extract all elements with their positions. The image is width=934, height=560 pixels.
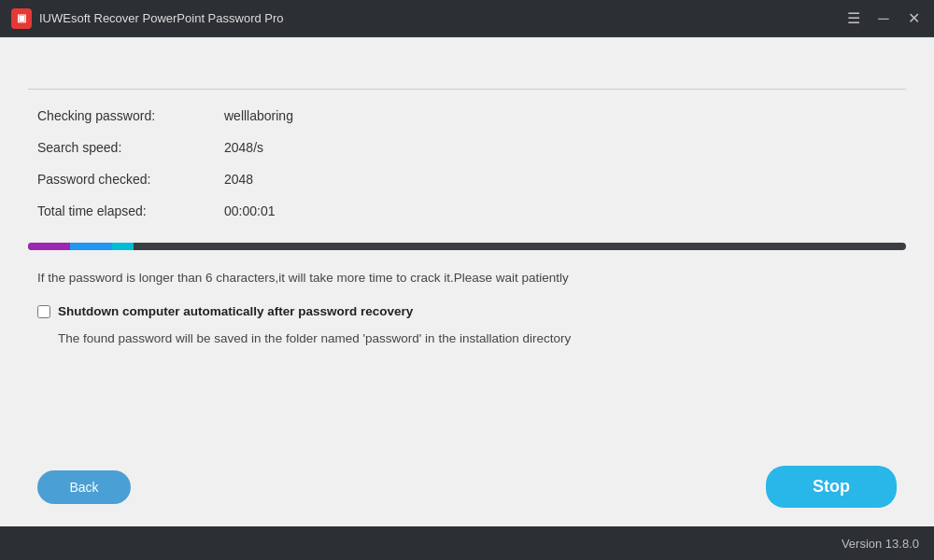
logo-icon: ▣ bbox=[17, 12, 26, 24]
password-checked-value: 2048 bbox=[224, 172, 253, 187]
search-speed-label: Search speed: bbox=[37, 140, 224, 155]
notice-section: If the password is longer than 6 charact… bbox=[0, 250, 934, 349]
checking-password-value: welllaboring bbox=[224, 108, 293, 123]
back-button[interactable]: Back bbox=[37, 470, 131, 504]
shutdown-checkbox[interactable] bbox=[37, 305, 50, 318]
progress-bar bbox=[28, 243, 134, 250]
stop-button[interactable]: Stop bbox=[766, 466, 897, 508]
time-elapsed-value: 00:00:01 bbox=[224, 203, 276, 218]
info-section: Checking password: welllaboring Search s… bbox=[0, 90, 934, 235]
save-notice-text: The found password will be saved in the … bbox=[37, 329, 897, 348]
time-elapsed-row: Total time elapsed: 00:00:01 bbox=[37, 203, 897, 218]
progress-bar-container bbox=[28, 243, 906, 250]
search-speed-row: Search speed: 2048/s bbox=[37, 140, 897, 155]
window-controls: ☰ ─ ✕ bbox=[844, 11, 923, 26]
close-button[interactable]: ✕ bbox=[904, 11, 923, 26]
version-text: Version 13.8.0 bbox=[842, 537, 919, 551]
footer: Version 13.8.0 bbox=[0, 526, 934, 560]
time-elapsed-label: Total time elapsed: bbox=[37, 203, 224, 218]
password-checked-row: Password checked: 2048 bbox=[37, 172, 897, 187]
checking-password-label: Checking password: bbox=[37, 108, 224, 123]
search-speed-value: 2048/s bbox=[224, 140, 263, 155]
checking-password-row: Checking password: welllaboring bbox=[37, 108, 897, 123]
progress-segment-cyan bbox=[112, 243, 134, 250]
app-logo: ▣ bbox=[11, 8, 32, 29]
progress-segment-blue bbox=[70, 243, 112, 250]
main-content: Checking password: welllaboring Search s… bbox=[0, 37, 934, 526]
notice-text: If the password is longer than 6 charact… bbox=[37, 269, 897, 287]
app-title: IUWEsoft Recover PowerPoint Password Pro bbox=[39, 11, 844, 25]
button-section: Back Stop bbox=[0, 438, 934, 526]
menu-button[interactable]: ☰ bbox=[844, 11, 863, 26]
minimize-button[interactable]: ─ bbox=[874, 11, 893, 26]
password-checked-label: Password checked: bbox=[37, 172, 224, 187]
progress-segment-purple bbox=[28, 243, 70, 250]
shutdown-checkbox-row: Shutdown computer automatically after pa… bbox=[37, 304, 897, 318]
title-bar: ▣ IUWEsoft Recover PowerPoint Password P… bbox=[0, 0, 934, 37]
shutdown-label: Shutdown computer automatically after pa… bbox=[58, 304, 413, 318]
